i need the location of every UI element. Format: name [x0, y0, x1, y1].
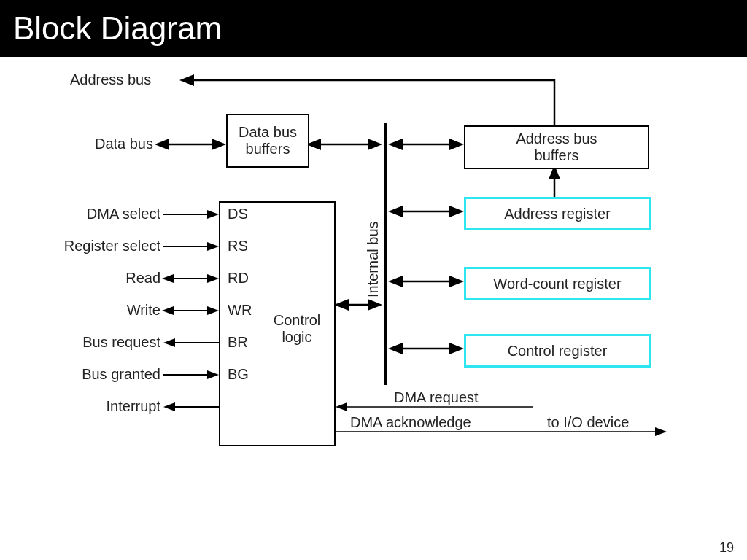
pin-br: BR — [228, 334, 248, 351]
svg-marker-20 — [388, 343, 403, 354]
label-register-select: Register select — [44, 238, 160, 254]
svg-marker-9 — [388, 139, 403, 150]
svg-marker-7 — [368, 139, 382, 150]
svg-marker-21 — [449, 343, 464, 354]
block-address-bus-buffers: Address bus buffers — [464, 125, 649, 169]
svg-marker-42 — [336, 402, 347, 411]
svg-marker-17 — [388, 276, 403, 287]
label-dma-ack: DMA acknowledge — [350, 414, 471, 431]
label-control-logic: Control logic — [271, 312, 322, 346]
label-to-io: to I/O device — [547, 414, 629, 431]
svg-marker-18 — [449, 276, 464, 287]
slide-title-bar: Block Diagram — [0, 0, 747, 57]
pin-rd: RD — [228, 270, 249, 287]
svg-marker-40 — [163, 402, 175, 411]
svg-marker-14 — [388, 206, 403, 217]
svg-marker-24 — [368, 299, 382, 311]
pin-ds: DS — [228, 206, 248, 222]
label-bus-granted: Bus granted — [44, 366, 160, 383]
block-control-register: Control register — [464, 334, 651, 368]
svg-marker-1 — [179, 74, 194, 86]
block-data-bus-buffers: Data bus buffers — [226, 114, 309, 168]
label-bus-request: Bus request — [44, 334, 160, 351]
svg-marker-28 — [207, 242, 219, 251]
svg-marker-38 — [207, 370, 219, 379]
label-address-bus: Address bus — [70, 71, 151, 88]
svg-marker-34 — [207, 306, 219, 315]
label-interrupt: Interrupt — [44, 398, 160, 415]
pin-rs: RS — [228, 238, 248, 254]
svg-marker-4 — [212, 139, 226, 150]
label-read: Read — [44, 270, 160, 287]
svg-marker-33 — [162, 306, 174, 315]
svg-marker-31 — [207, 274, 219, 283]
label-dma-select: DMA select — [44, 206, 160, 222]
svg-marker-10 — [449, 139, 464, 150]
pin-wr: WR — [228, 302, 252, 319]
svg-marker-26 — [207, 210, 219, 219]
pin-bg: BG — [228, 366, 249, 383]
label-dma-request: DMA request — [394, 389, 479, 406]
block-address-register: Address register — [464, 197, 651, 230]
block-word-count-register: Word-count register — [464, 267, 651, 300]
svg-marker-30 — [162, 274, 174, 283]
svg-marker-44 — [655, 427, 667, 436]
label-data-bus: Data bus — [88, 136, 153, 152]
label-write: Write — [44, 302, 160, 319]
svg-marker-15 — [449, 206, 464, 217]
svg-marker-36 — [163, 338, 175, 347]
svg-marker-3 — [155, 139, 169, 150]
diagram-stage: Address bus Data bus Data bus buffers Ad… — [0, 57, 747, 560]
svg-marker-23 — [334, 299, 349, 311]
slide-title: Block Diagram — [13, 10, 222, 47]
label-internal-bus: Internal bus — [365, 221, 382, 298]
page-number: 19 — [719, 540, 734, 556]
